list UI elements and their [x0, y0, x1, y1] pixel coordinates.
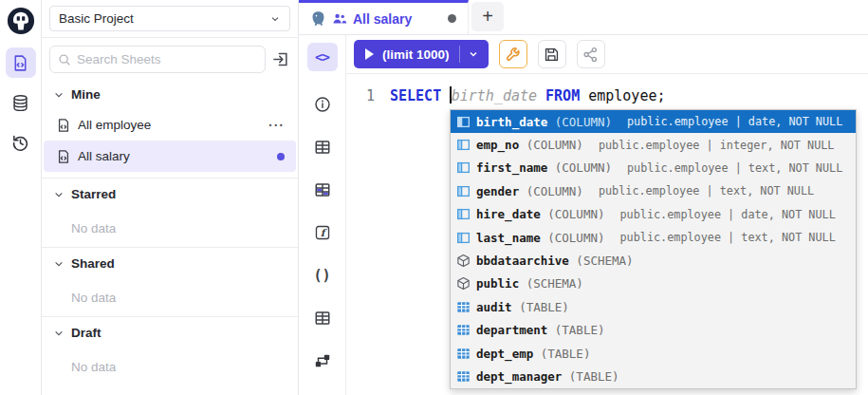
- section-header-shared[interactable]: Shared: [42, 248, 298, 278]
- project-selector-value: Basic Project: [59, 11, 269, 26]
- empty-placeholder: No data: [42, 209, 298, 241]
- suggestion-detail: public.employee | integer, NOT NULL: [599, 139, 835, 152]
- suggestion-detail: public.employee | date, NOT NULL: [627, 115, 842, 128]
- tab-all-salary[interactable]: All salary: [299, 0, 469, 34]
- search-input[interactable]: [77, 52, 257, 66]
- autocomplete-item-dept_manager[interactable]: dept_manager (TABLE): [451, 365, 856, 387]
- wrench-button[interactable]: [499, 40, 527, 68]
- sidebar-item-all-salary[interactable]: All salary: [44, 141, 296, 172]
- left-rail: [0, 0, 42, 395]
- autocomplete-item-audit[interactable]: audit (TABLE): [451, 295, 856, 318]
- suggestion-kind: (TABLE): [533, 347, 590, 361]
- unsaved-dot: [448, 14, 456, 23]
- table-icon[interactable]: [307, 133, 338, 161]
- section-header-mine[interactable]: Mine: [42, 79, 298, 109]
- sidebar: Basic Project Mine All employee··· All s…: [42, 0, 299, 395]
- toolbar: (limit 1000): [346, 35, 868, 74]
- table-colored-icon[interactable]: [307, 176, 338, 204]
- column-kind-icon: [456, 115, 471, 129]
- empty-placeholder: No data: [42, 278, 298, 310]
- column-kind-icon: [456, 184, 471, 198]
- suggestion-name: public: [476, 276, 519, 291]
- table-icon[interactable]: [307, 304, 338, 332]
- item-menu-button[interactable]: ···: [268, 118, 285, 133]
- bytebase-logo[interactable]: [7, 7, 35, 35]
- sheet-code-icon[interactable]: [6, 47, 36, 78]
- suggestion-kind: (SCHEMA): [519, 276, 583, 291]
- run-query-button[interactable]: (limit 1000): [354, 40, 489, 68]
- autocomplete-item-hire_date[interactable]: hire_date (COLUMN)public.employee | date…: [451, 203, 856, 226]
- add-tab-button[interactable]: +: [471, 2, 504, 31]
- project-row: Basic Project: [42, 0, 298, 38]
- code-token: birth_date: [452, 87, 537, 104]
- suggestion-kind: (COLUMN): [547, 115, 612, 129]
- save-button[interactable]: [538, 40, 566, 68]
- info-icon[interactable]: [307, 90, 338, 119]
- database-icon[interactable]: [6, 87, 36, 118]
- search-row: [42, 38, 298, 79]
- run-options-chevron[interactable]: [460, 48, 487, 60]
- suggestion-kind: (TABLE): [547, 323, 604, 337]
- parentheses-icon[interactable]: (): [307, 261, 338, 290]
- sheet-file-icon: [56, 118, 71, 133]
- suggestion-kind: (COLUMN): [541, 207, 605, 221]
- section-label: Draft: [71, 326, 102, 340]
- schema-diagram-icon[interactable]: [307, 347, 338, 375]
- suggestion-name: gender: [476, 184, 519, 198]
- autocomplete-item-public[interactable]: public (SCHEMA): [451, 273, 856, 295]
- empty-placeholder: No data: [42, 348, 298, 380]
- suggestion-name: first_name: [476, 160, 547, 175]
- code-token: [537, 87, 545, 104]
- project-selector[interactable]: Basic Project: [49, 6, 290, 31]
- code-token: FROM: [545, 87, 580, 104]
- autocomplete-item-department[interactable]: department (TABLE): [451, 319, 856, 342]
- suggestion-kind: (COLUMN): [519, 184, 583, 198]
- autocomplete-item-first_name[interactable]: first_name (COLUMN)public.employee | tex…: [451, 157, 856, 179]
- side-icon-strip: <> f(): [299, 35, 346, 395]
- suggestion-kind: (SCHEMA): [569, 254, 634, 268]
- postgres-icon: [310, 10, 326, 27]
- autocomplete-item-last_name[interactable]: last_name (COLUMN)public.employee | text…: [451, 226, 856, 249]
- suggestion-kind: (TABLE): [512, 300, 569, 314]
- sheet-label: All employee: [78, 118, 262, 132]
- autocomplete-item-gender[interactable]: gender (COLUMN)public.employee | text, N…: [451, 179, 856, 202]
- share-button[interactable]: [577, 40, 605, 68]
- section-header-starred[interactable]: Starred: [42, 179, 298, 209]
- history-icon[interactable]: [6, 127, 36, 158]
- suggestion-name: birth_date: [476, 115, 547, 129]
- autocomplete-item-dept_emp[interactable]: dept_emp (TABLE): [451, 342, 856, 365]
- app-window: Basic Project Mine All employee··· All s…: [0, 0, 868, 395]
- tab-label: All salary: [353, 11, 442, 27]
- section-label: Mine: [71, 87, 101, 102]
- table-kind-icon: [456, 323, 471, 337]
- suggestion-detail: public.employee | text, NOT NULL: [619, 231, 835, 244]
- suggestion-detail: public.employee | date, NOT NULL: [619, 208, 835, 221]
- table-kind-icon: [456, 369, 471, 384]
- autocomplete-item-emp_no[interactable]: emp_no (COLUMN)public.employee | integer…: [451, 133, 856, 156]
- run-button-label: (limit 1000): [382, 47, 459, 62]
- suggestion-name: last_name: [476, 231, 541, 245]
- suggestion-kind: (COLUMN): [519, 138, 583, 152]
- section-header-draft[interactable]: Draft: [42, 317, 298, 348]
- schema-kind-icon: [456, 276, 471, 291]
- search-box[interactable]: [49, 46, 266, 73]
- sheet-import-icon[interactable]: [272, 50, 290, 68]
- suggestion-detail: public.employee | text, NOT NULL: [627, 161, 842, 175]
- sheet-label: All salary: [78, 149, 270, 163]
- suggestion-name: dept_manager: [476, 369, 562, 384]
- autocomplete-item-bbdataarchive[interactable]: bbdataarchive (SCHEMA): [451, 249, 856, 272]
- code-token: SELECT: [390, 87, 441, 104]
- code-panel-icon[interactable]: <>: [307, 43, 338, 71]
- suggestion-name: audit: [476, 300, 512, 314]
- sheet-file-icon: [56, 149, 71, 164]
- sidebar-item-all-employee[interactable]: All employee···: [44, 109, 296, 141]
- chevron-down-icon: [269, 13, 281, 25]
- play-icon: [365, 48, 374, 60]
- suggestion-name: dept_emp: [476, 347, 533, 361]
- code-token: [441, 87, 450, 104]
- suggestion-kind: (COLUMN): [547, 160, 612, 175]
- active-sheet-dot: [277, 153, 285, 160]
- autocomplete-item-birth_date[interactable]: birth_date (COLUMN)public.employee | dat…: [451, 110, 856, 133]
- function-icon[interactable]: f: [307, 218, 338, 247]
- suggestion-kind: (COLUMN): [541, 231, 605, 245]
